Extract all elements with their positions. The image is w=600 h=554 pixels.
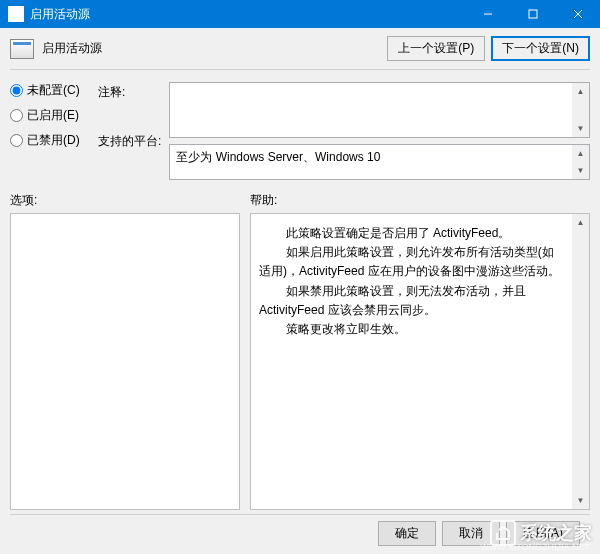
header-row: 启用活动源 上一个设置(P) 下一个设置(N) xyxy=(0,28,600,67)
comment-label: 注释: xyxy=(98,84,161,101)
radio-enabled-input[interactable] xyxy=(10,109,23,122)
help-label: 帮助: xyxy=(250,192,590,209)
radio-not-configured-label: 未配置(C) xyxy=(27,82,80,99)
radio-enabled-label: 已启用(E) xyxy=(27,107,79,124)
comment-input[interactable] xyxy=(170,83,572,137)
content-area: 启用活动源 上一个设置(P) 下一个设置(N) 未配置(C) 已启用(E) 已禁… xyxy=(0,28,600,554)
policy-title: 启用活动源 xyxy=(42,40,387,57)
field-labels: 注释: 支持的平台: xyxy=(98,82,161,180)
help-scrollbar[interactable]: ▲ ▼ xyxy=(572,214,589,509)
platform-text: 至少为 Windows Server、Windows 10 xyxy=(170,145,572,179)
options-panel xyxy=(10,213,240,510)
window-controls xyxy=(465,0,600,28)
scroll-down-icon[interactable]: ▼ xyxy=(572,492,589,509)
maximize-button[interactable] xyxy=(510,0,555,28)
cancel-button[interactable]: 取消 xyxy=(442,521,500,546)
close-button[interactable] xyxy=(555,0,600,28)
scroll-down-icon[interactable]: ▼ xyxy=(572,162,589,179)
platform-label: 支持的平台: xyxy=(98,133,161,150)
radio-disabled-input[interactable] xyxy=(10,134,23,147)
titlebar: 启用活动源 xyxy=(0,0,600,28)
scroll-up-icon[interactable]: ▲ xyxy=(572,83,589,100)
comment-scrollbar[interactable]: ▲ ▼ xyxy=(572,83,589,137)
ok-button[interactable]: 确定 xyxy=(378,521,436,546)
scroll-up-icon[interactable]: ▲ xyxy=(572,214,589,231)
platform-scrollbar[interactable]: ▲ ▼ xyxy=(572,145,589,179)
app-icon xyxy=(8,6,24,22)
radio-not-configured[interactable]: 未配置(C) xyxy=(10,82,90,99)
minimize-button[interactable] xyxy=(465,0,510,28)
radio-group: 未配置(C) 已启用(E) 已禁用(D) xyxy=(10,82,90,180)
bottom-bar: 确定 取消 应用(A) xyxy=(10,514,590,554)
comment-wrap: ▲ ▼ xyxy=(169,82,590,138)
policy-icon xyxy=(10,39,34,59)
radio-enabled[interactable]: 已启用(E) xyxy=(10,107,90,124)
lower-section: 选项: 帮助: 此策略设置确定是否启用了 ActivityFeed。 如果启用此… xyxy=(0,184,600,514)
apply-button[interactable]: 应用(A) xyxy=(506,521,580,546)
divider xyxy=(10,69,590,70)
options-label: 选项: xyxy=(10,192,240,209)
radio-disabled[interactable]: 已禁用(D) xyxy=(10,132,90,149)
svg-rect-1 xyxy=(529,10,537,18)
help-text: 此策略设置确定是否启用了 ActivityFeed。 如果启用此策略设置，则允许… xyxy=(251,214,572,509)
scroll-up-icon[interactable]: ▲ xyxy=(572,145,589,162)
platform-wrap: 至少为 Windows Server、Windows 10 ▲ ▼ xyxy=(169,144,590,180)
previous-setting-button[interactable]: 上一个设置(P) xyxy=(387,36,485,61)
radio-not-configured-input[interactable] xyxy=(10,84,23,97)
radio-disabled-label: 已禁用(D) xyxy=(27,132,80,149)
window-title: 启用活动源 xyxy=(30,6,465,23)
next-setting-button[interactable]: 下一个设置(N) xyxy=(491,36,590,61)
scroll-down-icon[interactable]: ▼ xyxy=(572,120,589,137)
config-section: 未配置(C) 已启用(E) 已禁用(D) 注释: 支持的平台: ▲ ▼ xyxy=(0,72,600,184)
help-panel: 此策略设置确定是否启用了 ActivityFeed。 如果启用此策略设置，则允许… xyxy=(250,213,590,510)
